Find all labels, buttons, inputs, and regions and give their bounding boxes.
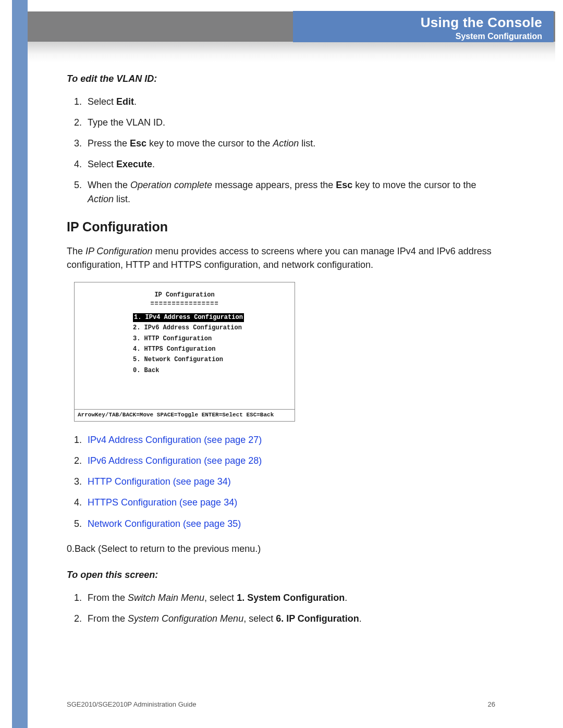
footer-page-number: 26 (488, 700, 495, 708)
header-subtitle: System Configuration (298, 32, 542, 41)
footer-guide-name: SGE2010/SGE2010P Administration Guide (67, 700, 196, 708)
link-network-text[interactable]: Network Configuration (see page 35) (88, 519, 241, 529)
step-3: Press the Esc key to move the cursor to … (84, 137, 495, 150)
link-ipv4: IPv4 Address Configuration (see page 27) (84, 433, 495, 447)
header-blue-panel: Using the Console System Configuration (293, 11, 554, 42)
open-step-1: From the Switch Main Menu, select 1. Sys… (84, 591, 495, 604)
step-5: When the Operation complete message appe… (84, 178, 495, 205)
page-footer: SGE2010/SGE2010P Administration Guide 26 (67, 700, 495, 708)
link-ipv6-text[interactable]: IPv6 Address Configuration (see page 28) (88, 455, 262, 466)
console-item-2: 2. IPv6 Address Configuration (133, 324, 288, 332)
link-https-text[interactable]: HTTPS Configuration (see page 34) (88, 497, 237, 508)
edit-vlan-heading: To edit the VLAN ID: (67, 72, 495, 85)
edit-vlan-steps: Select Edit. Type the VLAN ID. Press the… (67, 95, 495, 206)
ip-config-intro: The IP Configuration menu provides acces… (67, 244, 495, 272)
open-step-2: From the System Configuration Menu, sele… (84, 612, 495, 625)
link-network: Network Configuration (see page 35) (84, 517, 495, 530)
ip-config-heading: IP Configuration (67, 217, 495, 236)
link-http-text[interactable]: HTTP Configuration (see page 34) (88, 476, 231, 487)
link-http: HTTP Configuration (see page 34) (84, 475, 495, 488)
open-screen-heading: To open this screen: (67, 568, 495, 582)
header-title: Using the Console (298, 15, 542, 31)
console-item-4: 4. HTTPS Configuration (133, 345, 288, 354)
console-item-0: 0. Back (133, 366, 288, 375)
back-line: 0.Back (Select to return to the previous… (67, 542, 495, 556)
console-item-3: 3. HTTP Configuration (133, 335, 288, 343)
console-title: IP Configuration ================ (81, 291, 288, 309)
step-1: Select Edit. (84, 95, 495, 108)
open-screen-steps: From the Switch Main Menu, select 1. Sys… (67, 591, 495, 625)
link-ipv6: IPv6 Address Configuration (see page 28) (84, 454, 495, 467)
page-content: To edit the VLAN ID: Select Edit. Type t… (67, 72, 495, 637)
console-menu: 1. IPv4 Address Configuration 2. IPv6 Ad… (81, 313, 288, 375)
console-inner: IP Configuration ================ 1. IPv… (75, 282, 295, 409)
console-hint-bar: ArrowKey/TAB/BACK=Move SPACE=Toggle ENTE… (75, 409, 295, 421)
link-ipv4-text[interactable]: IPv4 Address Configuration (see page 27) (88, 435, 262, 445)
header-shadow (28, 42, 555, 63)
step-2: Type the VLAN ID. (84, 116, 495, 129)
step-4: Select Execute. (84, 157, 495, 171)
console-screenshot: IP Configuration ================ 1. IPv… (74, 282, 295, 422)
link-https: HTTPS Configuration (see page 34) (84, 496, 495, 509)
console-item-5: 5. Network Configuration (133, 355, 288, 364)
console-item-1-selected: 1. IPv4 Address Configuration (133, 313, 288, 322)
left-accent-bar (12, 0, 28, 728)
ip-config-links: IPv4 Address Configuration (see page 27)… (67, 433, 495, 530)
